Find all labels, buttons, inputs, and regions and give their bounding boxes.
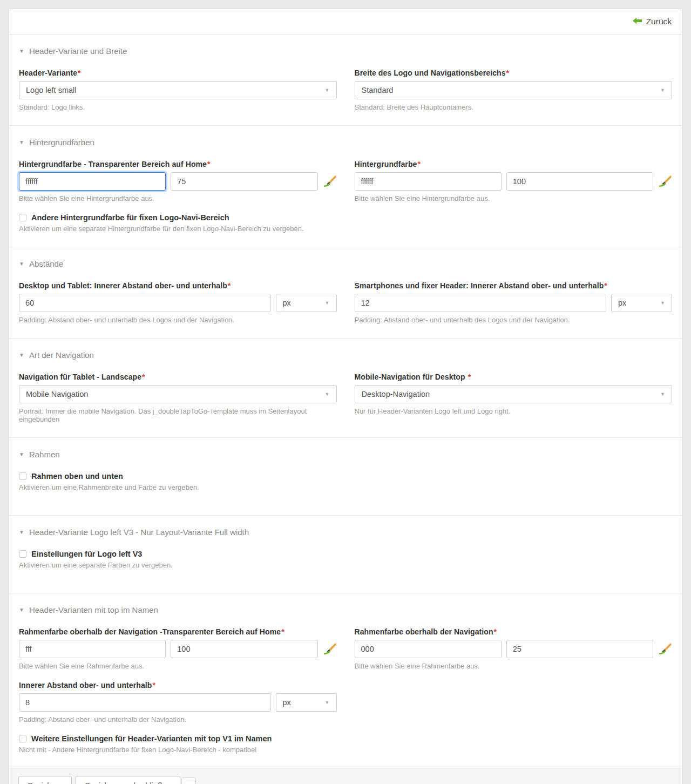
section-toggle-top-varianten[interactable]: ▼ Header-Varianten mit top im Namen [19, 605, 672, 614]
field-header-variante: Header-Variante* Logo left small ▼ Stand… [19, 69, 337, 111]
checkbox-label[interactable]: Einstellungen für Logo left V3 [31, 550, 142, 558]
padding-value-input[interactable] [355, 294, 607, 312]
color-picker-button[interactable] [658, 174, 672, 188]
field-rahmenfarbe-transparent: Rahmenfarbe oberhalb der Navigation -Tra… [19, 627, 337, 670]
field-label: Innerer Abstand ober- und unterhalb* [19, 681, 337, 690]
required-marker: * [142, 373, 145, 381]
field-mobile-navigation-desktop: Mobile-Navigation für Desktop * Desktop-… [355, 373, 673, 423]
field-description: Portrait: Immer die mobile Navigation. D… [19, 407, 337, 423]
color-opacity-input[interactable] [171, 640, 317, 658]
brush-icon [323, 175, 336, 188]
breite-select[interactable]: Standard ▼ [355, 81, 673, 99]
field-description: Standard: Logo links. [19, 103, 337, 111]
select-value: Mobile Navigation [26, 390, 88, 398]
color-hex-input[interactable] [355, 172, 502, 191]
color-opacity-input[interactable] [506, 640, 653, 658]
checkbox[interactable] [19, 550, 26, 558]
field-hintergrundfarbe: Hintergrundfarbe* Bitte wählen Sie eine … [355, 160, 673, 202]
select-value: px [283, 698, 291, 707]
field-rahmenfarbe: Rahmenfarbe oberhalb der Navigation* Bit… [355, 627, 673, 670]
save-options-dropdown-button[interactable]: ▼ [181, 778, 196, 784]
checkbox-weitere-einstellungen-top-v1: Weitere Einstellungen für Header-Variant… [19, 734, 672, 743]
collapse-icon: ▼ [19, 607, 24, 613]
field-description: Nur für Header-Varianten Logo left und L… [355, 407, 673, 415]
select-value: Standard [362, 86, 394, 94]
back-button[interactable]: Zurück [633, 17, 672, 26]
checkbox-description: Aktivieren um eine Rahmenbreite und Farb… [19, 483, 672, 491]
field-label: Rahmenfarbe oberhalb der Navigation -Tra… [19, 627, 337, 636]
checkbox-label[interactable]: Rahmen oben und unten [31, 472, 123, 481]
checkbox-andere-hintergrundfarbe: Andere Hintergrundfarbe für fixen Logo-N… [19, 213, 672, 222]
color-opacity-input[interactable] [506, 172, 653, 191]
collapse-icon: ▼ [19, 530, 24, 535]
required-marker: * [281, 627, 284, 636]
section-hintergrundfarben: ▼ Hintergrundfarben Hintergrundfarbe - T… [9, 125, 682, 247]
field-label: Header-Variante* [19, 69, 337, 77]
checkbox-rahmen-oben-unten: Rahmen oben und unten [19, 472, 672, 481]
field-description: Padding: Abstand ober- und unterhalb der… [19, 715, 337, 724]
unit-select[interactable]: px ▼ [276, 294, 337, 312]
checkbox-label[interactable]: Weitere Einstellungen für Header-Variant… [31, 734, 272, 743]
color-opacity-input[interactable] [171, 172, 317, 191]
color-hex-input[interactable] [355, 640, 502, 658]
required-marker: * [152, 681, 155, 690]
color-picker-button[interactable] [323, 174, 337, 188]
section-top-varianten: ▼ Header-Varianten mit top im Namen Rahm… [9, 593, 682, 768]
section-rahmen: ▼ Rahmen Rahmen oben und unten Aktiviere… [9, 437, 682, 515]
chevron-down-icon: ▼ [325, 87, 330, 93]
tablet-navigation-select[interactable]: Mobile Navigation ▼ [19, 385, 337, 403]
field-label: Hintergrundfarbe - Transparenter Bereich… [19, 160, 337, 168]
save-and-close-button[interactable]: Speichern und schließen [76, 776, 180, 784]
save-button[interactable]: Speichern [18, 776, 72, 784]
select-value: px [283, 299, 291, 307]
section-toggle-rahmen[interactable]: ▼ Rahmen [19, 450, 672, 459]
empty-column [355, 681, 673, 724]
checkbox[interactable] [19, 214, 26, 221]
required-marker: * [604, 281, 607, 290]
section-title-text: Header-Varianten mit top im Namen [29, 605, 158, 614]
collapse-icon: ▼ [19, 49, 24, 54]
collapse-icon: ▼ [19, 261, 24, 267]
brush-icon [659, 643, 672, 655]
top-toolbar: Zurück [9, 9, 682, 34]
collapse-icon: ▼ [19, 353, 24, 358]
section-title-text: Art der Navigation [29, 350, 94, 360]
desktop-navigation-select[interactable]: Desktop-Navigation ▼ [355, 385, 673, 403]
section-toggle-logo-left-v3[interactable]: ▼ Header-Variante Logo left V3 - Nur Lay… [19, 528, 672, 537]
field-description: Padding: Abstand ober- und unterhalb des… [19, 316, 337, 324]
field-padding-desktop: Desktop und Tablet: Innerer Abstand ober… [19, 281, 337, 324]
section-toggle-abstaende[interactable]: ▼ Abstände [19, 259, 672, 268]
chevron-down-icon: ▼ [325, 391, 330, 397]
padding-value-input[interactable] [19, 294, 271, 312]
checkbox[interactable] [19, 735, 26, 742]
checkbox-label[interactable]: Andere Hintergrundfarbe für fixen Logo-N… [31, 213, 229, 222]
header-variante-select[interactable]: Logo left small ▼ [19, 81, 337, 99]
chevron-down-icon: ▼ [660, 300, 665, 306]
section-title-text: Rahmen [29, 450, 60, 459]
chevron-down-icon: ▼ [660, 391, 665, 397]
unit-select[interactable]: px ▼ [276, 693, 337, 712]
color-picker-button[interactable] [323, 642, 337, 656]
unit-select[interactable]: px ▼ [611, 294, 672, 312]
checkbox-description: Aktivieren um eine separate Hintergrundf… [19, 225, 672, 233]
select-value: Logo left small [26, 86, 77, 94]
required-marker: * [417, 160, 421, 168]
section-toggle-header-variante[interactable]: ▼ Header-Variante und Breite [19, 46, 672, 56]
field-description: Bitte wählen Sie eine Rahmenfarbe aus. [19, 662, 337, 670]
field-description: Padding: Abstand ober- und unterhalb des… [355, 316, 673, 324]
required-marker: * [468, 373, 471, 381]
color-hex-input[interactable] [19, 172, 166, 191]
section-title-text: Abstände [29, 259, 63, 268]
section-navigation: ▼ Art der Navigation Navigation für Tabl… [9, 338, 682, 437]
section-title-text: Header-Variante und Breite [29, 46, 127, 56]
padding-value-input[interactable] [19, 693, 271, 712]
field-label: Desktop und Tablet: Innerer Abstand ober… [19, 281, 337, 290]
brush-icon [659, 175, 672, 188]
section-toggle-navigation[interactable]: ▼ Art der Navigation [19, 350, 672, 360]
color-picker-button[interactable] [658, 642, 672, 656]
color-hex-input[interactable] [19, 640, 166, 658]
checkbox[interactable] [19, 472, 26, 480]
field-label: Smartphones und fixer Header: Innerer Ab… [355, 281, 673, 290]
section-toggle-hintergrundfarben[interactable]: ▼ Hintergrundfarben [19, 138, 672, 147]
field-label: Rahmenfarbe oberhalb der Navigation* [355, 627, 673, 636]
